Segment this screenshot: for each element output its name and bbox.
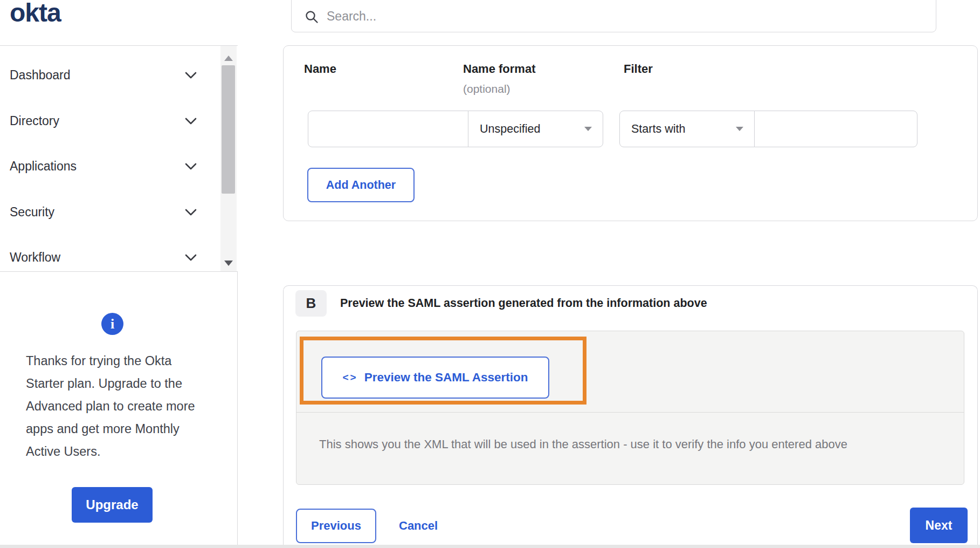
search-input[interactable] bbox=[327, 8, 936, 24]
search-icon bbox=[305, 10, 319, 24]
chevron-down-icon bbox=[185, 118, 197, 125]
preview-button-label: Preview the SAML Assertion bbox=[364, 371, 528, 385]
preview-panel: <> Preview the SAML Assertion This shows… bbox=[296, 331, 964, 485]
add-another-button[interactable]: Add Another bbox=[307, 168, 415, 202]
chevron-down-icon bbox=[185, 254, 197, 261]
sidebar-item-label: Workflow bbox=[10, 250, 60, 265]
dropdown-caret-icon bbox=[736, 127, 743, 131]
section-b-title: Preview the SAML assertion generated fro… bbox=[340, 297, 707, 310]
saml-preview-card: B Preview the SAML assertion generated f… bbox=[283, 285, 978, 548]
code-icon: <> bbox=[342, 372, 357, 383]
next-button[interactable]: Next bbox=[910, 508, 968, 543]
name-format-value: Unspecified bbox=[480, 122, 540, 136]
sidebar-item-label: Applications bbox=[10, 159, 77, 174]
scroll-up-arrow-icon[interactable] bbox=[224, 56, 233, 61]
scroll-down-arrow-icon[interactable] bbox=[224, 261, 233, 266]
optional-label: (optional) bbox=[463, 83, 510, 95]
info-icon: i bbox=[101, 313, 123, 335]
scrollbar-thumb[interactable] bbox=[222, 65, 235, 194]
okta-logo: okta bbox=[10, 0, 61, 28]
filter-operator-select[interactable]: Starts with bbox=[619, 111, 755, 147]
sidebar-scrollbar[interactable] bbox=[220, 46, 237, 271]
name-label: Name bbox=[304, 62, 336, 76]
sidebar-item-dashboard[interactable]: Dashboard bbox=[0, 52, 218, 98]
filter-value-input[interactable] bbox=[754, 111, 917, 147]
chevron-down-icon bbox=[185, 72, 197, 79]
sidebar-item-workflow[interactable]: Workflow bbox=[0, 235, 218, 280]
chevron-down-icon bbox=[185, 209, 197, 216]
sidebar-item-directory[interactable]: Directory bbox=[0, 98, 218, 143]
sidebar-nav: Dashboard Directory Applications Securit… bbox=[0, 45, 238, 272]
dropdown-caret-icon bbox=[584, 127, 592, 131]
horizontal-scrollbar-track[interactable] bbox=[0, 545, 980, 548]
preview-panel-top: <> Preview the SAML Assertion bbox=[296, 331, 964, 413]
attribute-name-input[interactable] bbox=[308, 111, 468, 147]
preview-description: This shows you the XML that will be used… bbox=[319, 437, 944, 451]
sidebar-item-applications[interactable]: Applications bbox=[0, 143, 218, 189]
sidebar-item-label: Security bbox=[10, 205, 54, 220]
section-b-badge: B bbox=[295, 290, 327, 317]
upgrade-button[interactable]: Upgrade bbox=[72, 487, 153, 523]
previous-button[interactable]: Previous bbox=[296, 509, 376, 543]
global-search-box[interactable] bbox=[291, 0, 936, 32]
sidebar-item-label: Dashboard bbox=[10, 68, 71, 83]
cancel-link[interactable]: Cancel bbox=[399, 509, 438, 543]
filter-label: Filter bbox=[624, 62, 653, 76]
plan-upgrade-message: Thanks for trying the Okta Starter plan.… bbox=[26, 350, 207, 463]
sidebar-item-label: Directory bbox=[10, 114, 59, 128]
sidebar-item-security[interactable]: Security bbox=[0, 189, 218, 235]
attribute-statements-card: Name Name format (optional) Filter Unspe… bbox=[283, 45, 978, 221]
filter-operator-value: Starts with bbox=[631, 122, 685, 136]
preview-saml-assertion-button[interactable]: <> Preview the SAML Assertion bbox=[321, 357, 549, 399]
name-format-select[interactable]: Unspecified bbox=[468, 111, 603, 147]
chevron-down-icon bbox=[185, 163, 197, 170]
name-format-label: Name format bbox=[463, 62, 535, 76]
